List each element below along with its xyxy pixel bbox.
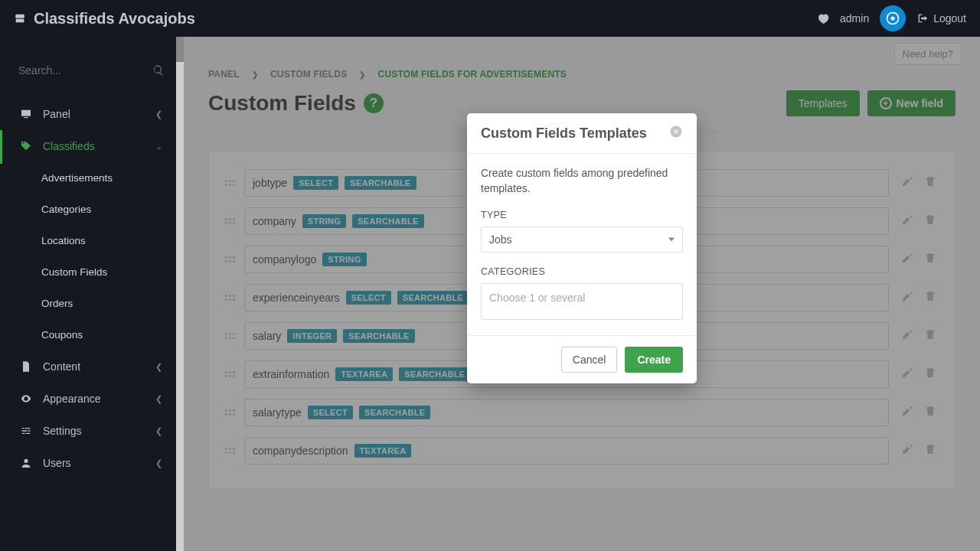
- cancel-button[interactable]: Cancel: [561, 347, 618, 373]
- sidebar-search[interactable]: [0, 57, 176, 84]
- sidebar-scrollbar-track[interactable]: [176, 37, 184, 551]
- topbar: Classifieds Avocajobs admin Logout: [0, 0, 980, 37]
- sidebar-item-label: Classifieds: [43, 140, 155, 152]
- caret-down-icon: [668, 238, 675, 242]
- chevron-left-icon: ❮: [155, 362, 162, 372]
- modal-header: Custom Fields Templates: [467, 113, 697, 154]
- search-input[interactable]: [18, 64, 152, 77]
- brand[interactable]: Classifieds Avocajobs: [14, 10, 195, 28]
- type-select[interactable]: Jobs: [481, 227, 683, 253]
- chevron-left-icon: ❮: [155, 426, 162, 436]
- search-icon[interactable]: [152, 64, 165, 77]
- sliders-icon: [20, 425, 32, 437]
- sidebar-item-label: Advertisements: [41, 172, 113, 184]
- chevron-left-icon: ❮: [155, 394, 162, 404]
- sidebar-item-label: Content: [43, 360, 155, 373]
- sidebar-scrollbar-thumb[interactable]: [176, 37, 184, 62]
- sidebar: Panel ❮ Classifieds ⌄ Advertisements Cat…: [0, 37, 176, 551]
- sidebar-item-custom-fields[interactable]: Custom Fields: [0, 256, 176, 288]
- monitor-icon: [20, 108, 32, 120]
- main: Need help? PANEL ❯ CUSTOM FIELDS ❯ CUSTO…: [184, 37, 980, 551]
- sidebar-item-label: Categories: [41, 204, 91, 215]
- sidebar-item-categories[interactable]: Categories: [0, 194, 176, 225]
- file-icon: [20, 360, 32, 373]
- chevron-left-icon: ❮: [155, 458, 162, 468]
- modal-title: Custom Fields Templates: [481, 126, 647, 142]
- logout-button[interactable]: Logout: [916, 12, 966, 24]
- sidebar-item-panel[interactable]: Panel ❮: [0, 98, 176, 130]
- tag-icon: [20, 140, 32, 152]
- username: admin: [840, 12, 869, 24]
- sidebar-item-label: Settings: [43, 425, 155, 437]
- topbar-right: admin Logout: [817, 5, 966, 31]
- categories-input[interactable]: [489, 292, 675, 304]
- avatar[interactable]: [880, 5, 906, 31]
- sidebar-item-label: Locations: [41, 235, 86, 246]
- sidebar-item-appearance[interactable]: Appearance ❮: [0, 383, 176, 415]
- sidebar-item-label: Coupons: [41, 329, 83, 341]
- create-button[interactable]: Create: [625, 347, 683, 373]
- svg-point-1: [891, 17, 895, 21]
- sidebar-item-users[interactable]: Users ❮: [0, 447, 176, 479]
- sidebar-item-label: Orders: [41, 298, 73, 309]
- heart-icon[interactable]: [817, 12, 829, 24]
- sidebar-item-orders[interactable]: Orders: [0, 288, 176, 319]
- logout-icon: [916, 12, 929, 24]
- categories-label: CATEGORIES: [481, 266, 683, 277]
- user-icon: [20, 457, 32, 469]
- sidebar-item-coupons[interactable]: Coupons: [0, 319, 176, 350]
- eye-icon: [20, 393, 32, 405]
- sidebar-item-label: Custom Fields: [41, 266, 107, 278]
- sidebar-item-classifieds[interactable]: Classifieds ⌄: [0, 130, 176, 162]
- type-select-value: Jobs: [489, 233, 512, 246]
- sidebar-item-label: Appearance: [43, 393, 155, 405]
- logout-label: Logout: [933, 12, 966, 24]
- active-indicator: [0, 130, 2, 164]
- close-icon[interactable]: [669, 125, 683, 142]
- modal-footer: Cancel Create: [467, 335, 697, 383]
- categories-multiselect[interactable]: [481, 283, 683, 320]
- sidebar-item-advertisements[interactable]: Advertisements: [0, 162, 176, 194]
- chevron-down-icon: ⌄: [155, 142, 162, 152]
- sidebar-item-locations[interactable]: Locations: [0, 225, 176, 256]
- chevron-left-icon: ❮: [155, 109, 162, 119]
- store-icon: [14, 12, 26, 24]
- templates-modal: Custom Fields Templates Create custom fi…: [467, 113, 697, 383]
- sidebar-item-settings[interactable]: Settings ❮: [0, 415, 176, 447]
- modal-body: Create custom fields among predefined te…: [467, 154, 697, 335]
- brand-label: Classifieds Avocajobs: [34, 10, 195, 28]
- sidebar-item-label: Panel: [43, 108, 155, 120]
- sidebar-item-label: Users: [43, 457, 155, 469]
- modal-description: Create custom fields among predefined te…: [481, 166, 683, 196]
- sidebar-item-content[interactable]: Content ❮: [0, 350, 176, 383]
- type-label: TYPE: [481, 210, 683, 220]
